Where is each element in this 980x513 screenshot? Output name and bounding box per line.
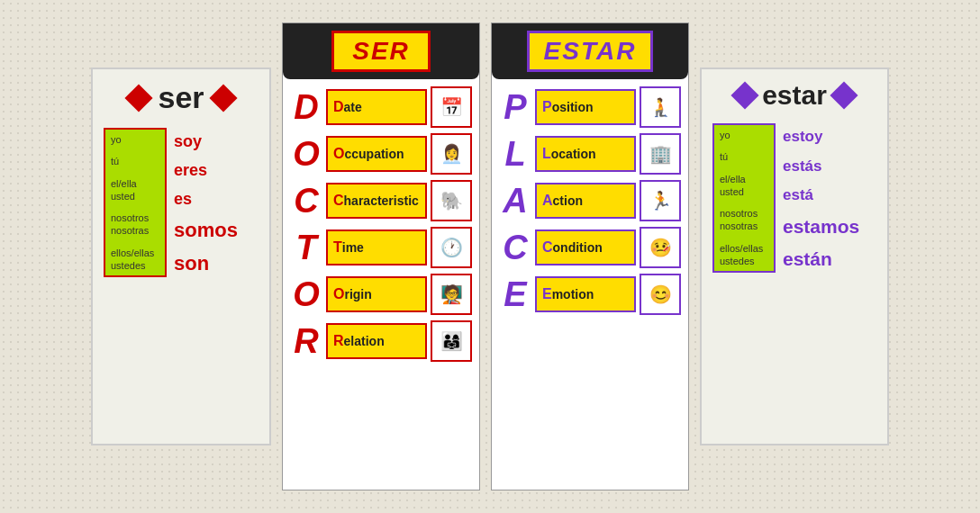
ser-title-text: ser bbox=[158, 80, 204, 115]
icon-location: 🏢 bbox=[640, 133, 681, 175]
form-eres: eres bbox=[174, 161, 238, 180]
icon-date: 📅 bbox=[431, 86, 472, 128]
estar-header: ESTAR bbox=[492, 23, 688, 79]
word-origin: Origin bbox=[326, 276, 427, 312]
form-estan: están bbox=[783, 248, 859, 270]
estar-subjects-column: yo tú el/ellausted nosotrosnosotras ello… bbox=[712, 123, 776, 273]
word-characteristic: Characteristic bbox=[326, 183, 427, 219]
letter-O2: O bbox=[290, 277, 322, 311]
form-son: son bbox=[174, 252, 238, 275]
ser-conjugation-card: ser yo tú el/ellausted nosotrosnosotras … bbox=[91, 68, 271, 446]
doctor-header-text: SER bbox=[331, 31, 431, 72]
place-row-l: L Location 🏢 bbox=[499, 133, 681, 175]
estar-card-title: estar bbox=[712, 80, 876, 111]
word-time: Time bbox=[326, 230, 427, 266]
word-relation: Relation bbox=[326, 323, 427, 359]
estar-subject-yo: yo bbox=[720, 129, 768, 141]
word-location: Location bbox=[535, 136, 636, 172]
icon-action: 🏃 bbox=[640, 180, 681, 221]
letter-D: D bbox=[290, 90, 322, 124]
letter-C2: C bbox=[499, 230, 531, 265]
diamond-purple-right-icon bbox=[830, 81, 858, 109]
doctor-row-t: T Time 🕐 bbox=[290, 227, 472, 268]
estar-subject-nosotros: nosotrosnosotras bbox=[720, 207, 768, 233]
icon-occupation: 👩‍💼 bbox=[431, 133, 472, 175]
word-ate: Date bbox=[326, 89, 427, 125]
estar-conj-table: yo tú el/ellausted nosotrosnosotras ello… bbox=[712, 123, 876, 273]
subject-el-ella: el/ellausted bbox=[111, 177, 159, 203]
letter-P: P bbox=[499, 90, 531, 124]
letter-E: E bbox=[499, 277, 531, 311]
estar-forms-column: estoy estás está estamos están bbox=[783, 123, 859, 273]
place-rows: P Position 🧎 L Location 🏢 A Action 🏃 C C… bbox=[492, 83, 688, 319]
form-estamos: estamos bbox=[783, 216, 859, 238]
form-somos: somos bbox=[174, 219, 238, 242]
diamond-right-icon bbox=[209, 84, 237, 112]
doctor-row-r: R Relation 👨‍👩‍👧 bbox=[290, 320, 472, 362]
place-row-p: P Position 🧎 bbox=[499, 86, 681, 128]
estar-title-text: estar bbox=[762, 80, 827, 111]
icon-emotion: 😊 bbox=[640, 274, 681, 315]
letter-C: C bbox=[290, 184, 322, 218]
word-emotion: Emotion bbox=[535, 276, 636, 312]
estar-header-text: ESTAR bbox=[527, 31, 654, 72]
doctor-row-o2: O Origin 🧑‍🏫 bbox=[290, 274, 472, 315]
letter-L: L bbox=[499, 137, 531, 171]
doctor-card: SER D Date 📅 O Occupation 👩‍💼 C Characte… bbox=[282, 22, 480, 490]
estar-subject-tu: tú bbox=[720, 150, 768, 163]
diamond-left-icon bbox=[125, 84, 153, 112]
doctor-row-o1: O Occupation 👩‍💼 bbox=[290, 133, 472, 175]
letter-R: R bbox=[290, 324, 322, 358]
ser-forms-column: soy eres es somos son bbox=[174, 128, 238, 277]
subject-ellos: ellos/ellasustedes bbox=[111, 247, 159, 273]
letter-A: A bbox=[499, 184, 531, 218]
subject-tu: tú bbox=[111, 155, 159, 167]
word-occupation: Occupation bbox=[326, 136, 427, 172]
ser-subjects-column: yo tú el/ellausted nosotrosnosotras ello… bbox=[104, 128, 167, 277]
icon-origin: 🧑‍🏫 bbox=[431, 274, 472, 315]
word-position: Position bbox=[535, 89, 636, 125]
icon-condition: 🤒 bbox=[640, 227, 681, 268]
word-condition: Condition bbox=[535, 230, 636, 266]
icon-characteristic: 🐘 bbox=[431, 180, 472, 221]
place-card: ESTAR P Position 🧎 L Location 🏢 A Action… bbox=[491, 22, 689, 490]
doctor-rows: D Date 📅 O Occupation 👩‍💼 C Characterist… bbox=[283, 83, 479, 365]
letter-O1: O bbox=[290, 137, 322, 171]
estar-conjugation-card: estar yo tú el/ellausted nosotrosnosotra… bbox=[700, 68, 889, 446]
subject-nosotros: nosotrosnosotras bbox=[111, 212, 159, 238]
icon-position: 🧎 bbox=[640, 86, 681, 128]
place-row-e: E Emotion 😊 bbox=[499, 274, 681, 315]
diamond-purple-left-icon bbox=[731, 81, 759, 109]
doctor-row-c: C Characteristic 🐘 bbox=[290, 180, 472, 221]
place-row-c: C Condition 🤒 bbox=[499, 227, 681, 268]
doctor-header: SER bbox=[283, 23, 479, 79]
ser-conj-table: yo tú el/ellausted nosotrosnosotras ello… bbox=[104, 128, 259, 277]
icon-relation: 👨‍👩‍👧 bbox=[431, 320, 472, 362]
form-estoy: estoy bbox=[783, 128, 859, 146]
form-soy: soy bbox=[174, 132, 238, 151]
estar-subject-el-ella: el/ellausted bbox=[720, 173, 768, 199]
ser-card-title: ser bbox=[104, 80, 259, 115]
place-row-a: A Action 🏃 bbox=[499, 180, 681, 221]
letter-T: T bbox=[290, 230, 322, 265]
form-estas: estás bbox=[783, 158, 859, 176]
form-es: es bbox=[174, 190, 238, 209]
form-esta: está bbox=[783, 186, 859, 204]
doctor-row-d: D Date 📅 bbox=[290, 86, 472, 128]
icon-time: 🕐 bbox=[431, 227, 472, 268]
word-action: Action bbox=[535, 183, 636, 219]
subject-yo: yo bbox=[111, 133, 159, 146]
estar-subject-ellos: ellos/ellasustedes bbox=[720, 242, 768, 268]
